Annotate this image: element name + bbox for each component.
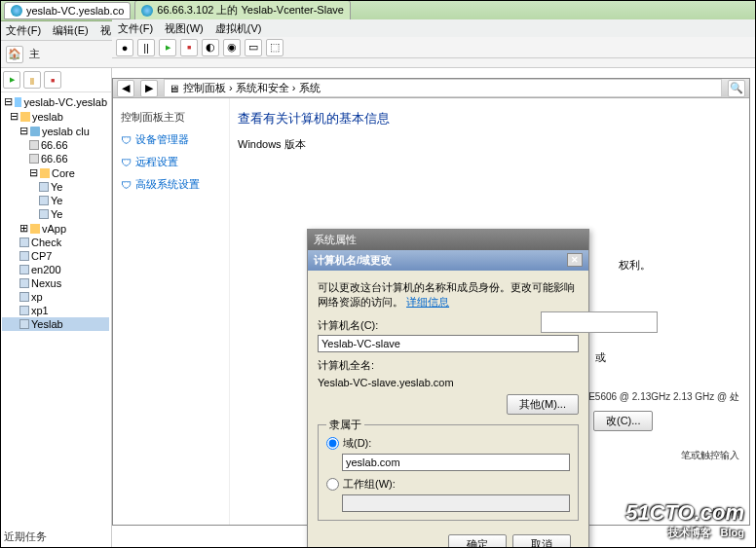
close-icon[interactable]: ✕ xyxy=(567,253,583,267)
net-icon[interactable]: ⬚ xyxy=(266,39,284,56)
tree-vm[interactable]: CP7 xyxy=(2,249,109,263)
partial-text: 或 xyxy=(595,350,606,365)
partial-input[interactable] xyxy=(541,311,658,333)
nav-home[interactable]: 控制面板主页 xyxy=(121,106,221,128)
dialog-titlebar[interactable]: 计算机名/域更改 ✕ xyxy=(308,250,588,271)
dialog-title: 计算机名/域更改 xyxy=(314,253,392,268)
control-panel-nav: 控制面板主页 🛡设备管理器 🛡远程设置 🛡高级系统设置 xyxy=(113,98,230,525)
full-name-value: Yeslab-VC-slave.yeslab.com xyxy=(318,375,579,390)
tab-yeslab-vc[interactable]: yeslab-VC.yeslab.co xyxy=(4,2,131,19)
tree-vm[interactable]: xp xyxy=(2,290,109,304)
tree-host[interactable]: 66.66 xyxy=(2,152,109,165)
tab-label: yeslab-VC.yeslab.co xyxy=(26,5,124,17)
tree-vm[interactable]: xp1 xyxy=(2,304,109,317)
tree-vm[interactable]: Ye xyxy=(2,194,109,207)
shield-icon: 🛡 xyxy=(121,179,132,191)
cpu-info: E5606 @ 2.13GHz 2.13 GHz @ 处 xyxy=(588,390,739,404)
workgroup-input xyxy=(342,494,570,512)
search-icon[interactable]: 🔍 xyxy=(728,80,745,97)
domain-radio[interactable] xyxy=(326,437,339,450)
domain-radio-label: 域(D): xyxy=(343,436,371,451)
tree-vm[interactable]: Nexus xyxy=(2,276,109,290)
recent-tasks-label: 近期任务 xyxy=(4,530,47,544)
tree-core[interactable]: ⊟ Core xyxy=(2,165,109,180)
tree-host[interactable]: 66.66 xyxy=(2,138,109,152)
computer-name-input[interactable] xyxy=(318,335,579,352)
home-icon[interactable]: 🏠 xyxy=(6,46,23,63)
workgroup-radio-label: 工作组(W): xyxy=(343,477,396,492)
watermark-main: 51CTO.com xyxy=(625,500,744,526)
tree-datacenter[interactable]: ⊟ yeslab xyxy=(2,109,109,124)
full-name-label: 计算机全名: xyxy=(318,358,579,373)
system-heading: 查看有关计算机的基本信息 xyxy=(238,106,741,131)
console-menubar: 文件(F) 视图(W) 虚拟机(V) xyxy=(112,19,755,37)
tab-label: 66.66.3.102 上的 Yeslab-Vcenter-Slave xyxy=(157,3,344,18)
pause-icon[interactable]: || xyxy=(137,39,155,56)
stop-icon[interactable] xyxy=(44,71,61,89)
tree-vm[interactable]: Ye xyxy=(2,207,109,221)
watermark: 51CTO.com 技术博客 Blog xyxy=(625,500,744,540)
tree-vapp[interactable]: ⊞ vApp xyxy=(2,221,109,236)
tree-vm[interactable]: Check xyxy=(2,236,109,249)
shield-icon: 🛡 xyxy=(121,134,132,146)
dialog-description: 可以更改这台计算机的名称和成员身份。更改可能影响网络资源的访问。 详细信息 xyxy=(318,280,579,311)
menu-view[interactable]: 视 xyxy=(100,23,111,38)
workgroup-radio[interactable] xyxy=(326,478,339,491)
inventory-tree: ⊟ yeslab-VC.yeslab ⊟ yeslab ⊟ yeslab clu… xyxy=(0,92,111,333)
sysprops-titlebar[interactable]: 系统属性 xyxy=(308,230,588,250)
play-icon[interactable] xyxy=(159,39,176,56)
menu-vm[interactable]: 虚拟机(V) xyxy=(215,21,262,36)
pause-icon[interactable] xyxy=(23,71,41,89)
tree-vm[interactable]: Ye xyxy=(2,180,109,194)
nav-advanced[interactable]: 🛡高级系统设置 xyxy=(121,173,221,196)
input-info: 笔或触控输入 xyxy=(681,449,739,462)
ok-button[interactable]: 确定 xyxy=(448,534,507,548)
computer-name-label: 计算机名(C): xyxy=(318,318,579,333)
more-button[interactable]: 其他(M)... xyxy=(507,394,579,415)
tree-vm-selected[interactable]: Yeslab xyxy=(2,317,109,331)
outer-titlebar: yeslab-VC.yeslab.co 66.66.3.102 上的 Yesla… xyxy=(0,0,756,21)
tab-vcenter-slave[interactable]: 66.66.3.102 上的 Yeslab-Vcenter-Slave xyxy=(134,0,351,20)
back-icon[interactable]: ◀ xyxy=(117,80,134,97)
content-area: 文件(F) 视图(W) 虚拟机(V) ● || ◐ ◉ ▭ ⬚ ◀ ▶ 🖥 xyxy=(112,68,756,548)
inventory-sidebar: ⊟ yeslab-VC.yeslab ⊟ yeslab ⊟ yeslab clu… xyxy=(0,68,112,548)
dialog-title: 系统属性 xyxy=(314,233,357,247)
globe-icon xyxy=(11,5,22,17)
menu-file[interactable]: 文件(F) xyxy=(6,23,41,38)
tree-cluster[interactable]: ⊟ yeslab clu xyxy=(2,124,109,138)
member-label: 隶属于 xyxy=(326,418,364,432)
rights-text: 权利。 xyxy=(619,258,651,273)
menu-file[interactable]: 文件(F) xyxy=(118,21,153,36)
domain-input[interactable] xyxy=(342,454,570,471)
windows-edition-label: Windows 版本 xyxy=(238,137,741,152)
nav-remote[interactable]: 🛡远程设置 xyxy=(121,151,221,173)
tree-root[interactable]: ⊟ yeslab-VC.yeslab xyxy=(2,94,109,109)
console-toolbar: ● || ◐ ◉ ▭ ⬚ xyxy=(112,37,755,58)
menu-view[interactable]: 视图(W) xyxy=(165,21,204,36)
cancel-button[interactable]: 取消 xyxy=(512,534,571,548)
computer-icon: 🖥 xyxy=(169,83,179,94)
forward-icon[interactable]: ▶ xyxy=(140,80,158,97)
change-button[interactable]: 改(C)... xyxy=(593,411,653,431)
breadcrumb[interactable]: 🖥 控制面板 › 系统和安全 › 系统 xyxy=(164,79,722,97)
globe-icon xyxy=(141,5,153,17)
menu-edit[interactable]: 编辑(E) xyxy=(53,23,89,38)
floppy-icon[interactable]: ▭ xyxy=(245,39,262,56)
computer-name-dialog: 系统属性 计算机名/域更改 ✕ 可以更改这台计算机的名称和成员身份。更改可能影响… xyxy=(307,229,589,548)
stop-icon[interactable] xyxy=(180,39,198,56)
play-icon[interactable] xyxy=(3,71,20,89)
cd-icon[interactable]: ◉ xyxy=(223,39,241,56)
toolbar-label: 主 xyxy=(29,47,40,61)
member-of-group: 隶属于 域(D): 工作组(W): xyxy=(318,424,579,521)
nav-device-manager[interactable]: 🛡设备管理器 xyxy=(121,128,221,151)
shield-icon: 🛡 xyxy=(121,157,132,168)
details-link[interactable]: 详细信息 xyxy=(406,296,449,308)
snapshot-icon[interactable]: ◐ xyxy=(202,39,219,56)
tree-vm[interactable]: en200 xyxy=(2,263,109,276)
power-icon[interactable]: ● xyxy=(116,39,133,56)
